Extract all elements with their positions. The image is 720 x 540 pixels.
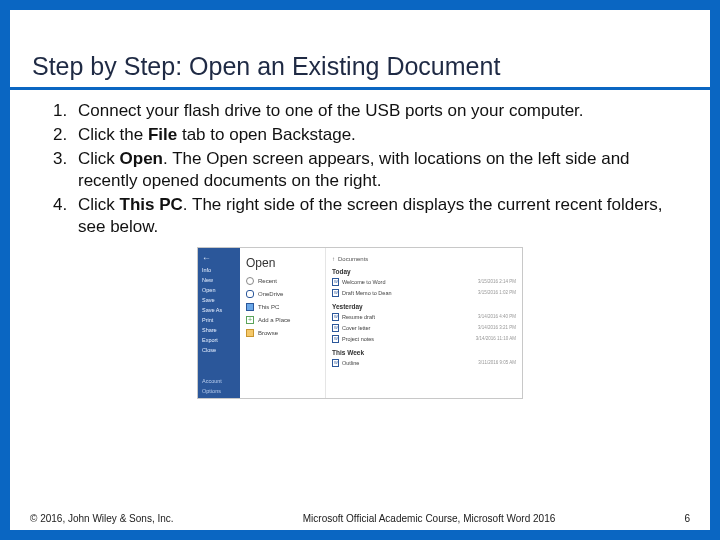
rail-item[interactable]: Share xyxy=(202,327,236,333)
doc-name: Draft Memo to Dean xyxy=(342,290,392,296)
step-item: Click Open. The Open screen appears, wit… xyxy=(72,148,678,192)
rail-item[interactable]: Export xyxy=(202,337,236,343)
location-add-place[interactable]: +Add a Place xyxy=(246,316,319,324)
step-text: Click xyxy=(78,149,120,168)
group-heading: Yesterday xyxy=(332,303,516,310)
top-margin xyxy=(10,10,710,48)
cloud-icon xyxy=(246,290,254,298)
plus-icon: + xyxy=(246,316,254,324)
location-this-pc[interactable]: This PC xyxy=(246,303,319,311)
word-doc-icon xyxy=(332,278,339,286)
document-item[interactable]: Welcome to Word3/15/2016 2:14 PM xyxy=(332,278,516,286)
step-bold: This PC xyxy=(120,195,183,214)
doc-meta: 3/15/2016 2:14 PM xyxy=(478,279,516,284)
step-text: Click the xyxy=(78,125,148,144)
group-heading: Today xyxy=(332,268,516,275)
step-text: Connect your flash drive to one of the U… xyxy=(78,101,584,120)
slide: Step by Step: Open an Existing Document … xyxy=(0,0,720,540)
group-heading: This Week xyxy=(332,349,516,356)
location-label: Browse xyxy=(258,330,278,336)
location-label: OneDrive xyxy=(258,291,283,297)
back-arrow-icon[interactable]: ← xyxy=(202,254,236,263)
copyright: © 2016, John Wiley & Sons, Inc. xyxy=(30,513,174,524)
document-item[interactable]: Outline3/11/2016 9:05 AM xyxy=(332,359,516,367)
rail-item[interactable]: Info xyxy=(202,267,236,273)
location-label: This PC xyxy=(258,304,279,310)
doc-meta: 3/14/2016 11:10 AM xyxy=(476,336,516,341)
backstage-screenshot: ← Info New Open Save Save As Print Share… xyxy=(197,247,523,399)
screenshot-wrap: ← Info New Open Save Save As Print Share… xyxy=(42,247,678,399)
document-item[interactable]: Project notes3/14/2016 11:10 AM xyxy=(332,335,516,343)
slide-title: Step by Step: Open an Existing Document xyxy=(10,48,710,90)
word-doc-icon xyxy=(332,289,339,297)
open-locations: Open Recent OneDrive This PC +Add a Plac… xyxy=(240,248,326,398)
rail-item[interactable]: New xyxy=(202,277,236,283)
location-browse[interactable]: Browse xyxy=(246,329,319,337)
recent-documents: ↑Documents Today Welcome to Word3/15/201… xyxy=(326,248,522,398)
step-item: Connect your flash drive to one of the U… xyxy=(72,100,678,122)
step-item: Click the File tab to open Backstage. xyxy=(72,124,678,146)
rail-item[interactable]: Print xyxy=(202,317,236,323)
step-text: tab to open Backstage. xyxy=(177,125,356,144)
rail-item[interactable]: Save As xyxy=(202,307,236,313)
step-bold: Open xyxy=(120,149,163,168)
word-doc-icon xyxy=(332,324,339,332)
location-label: Add a Place xyxy=(258,317,290,323)
word-doc-icon xyxy=(332,335,339,343)
open-heading: Open xyxy=(246,256,319,270)
folder-icon xyxy=(246,329,254,337)
location-label: Recent xyxy=(258,278,277,284)
step-bold: File xyxy=(148,125,177,144)
course-title: Microsoft Official Academic Course, Micr… xyxy=(303,513,556,524)
doc-name: Project notes xyxy=(342,336,374,342)
location-recent[interactable]: Recent xyxy=(246,277,319,285)
step-text: Click xyxy=(78,195,120,214)
doc-meta: 3/14/2016 4:40 PM xyxy=(478,314,516,319)
word-doc-icon xyxy=(332,359,339,367)
doc-name: Welcome to Word xyxy=(342,279,386,285)
rail-item[interactable]: Account xyxy=(202,378,236,384)
clock-icon xyxy=(246,277,254,285)
up-arrow-icon: ↑ xyxy=(332,256,335,262)
step-list: Connect your flash drive to one of the U… xyxy=(42,100,678,239)
step-item: Click This PC. The right side of the scr… xyxy=(72,194,678,238)
doc-meta: 3/11/2016 9:05 AM xyxy=(478,360,516,365)
rail-item[interactable]: Save xyxy=(202,297,236,303)
rail-item[interactable]: Options xyxy=(202,388,236,394)
rail-item[interactable]: Open xyxy=(202,287,236,293)
page-number: 6 xyxy=(684,513,690,524)
document-item[interactable]: Draft Memo to Dean3/15/2016 1:02 PM xyxy=(332,289,516,297)
word-doc-icon xyxy=(332,313,339,321)
document-item[interactable]: Resume draft3/14/2016 4:40 PM xyxy=(332,313,516,321)
doc-meta: 3/14/2016 3:21 PM xyxy=(478,325,516,330)
rail-item[interactable]: Close xyxy=(202,347,236,353)
doc-name: Outline xyxy=(342,360,359,366)
document-item[interactable]: Cover letter3/14/2016 3:21 PM xyxy=(332,324,516,332)
breadcrumb[interactable]: ↑Documents xyxy=(332,256,516,262)
backstage-rail: ← Info New Open Save Save As Print Share… xyxy=(198,248,240,398)
location-onedrive[interactable]: OneDrive xyxy=(246,290,319,298)
slide-footer: © 2016, John Wiley & Sons, Inc. Microsof… xyxy=(10,509,710,530)
pc-icon xyxy=(246,303,254,311)
doc-name: Cover letter xyxy=(342,325,370,331)
slide-body: Connect your flash drive to one of the U… xyxy=(10,90,710,509)
breadcrumb-label: Documents xyxy=(338,256,368,262)
doc-meta: 3/15/2016 1:02 PM xyxy=(478,290,516,295)
doc-name: Resume draft xyxy=(342,314,375,320)
